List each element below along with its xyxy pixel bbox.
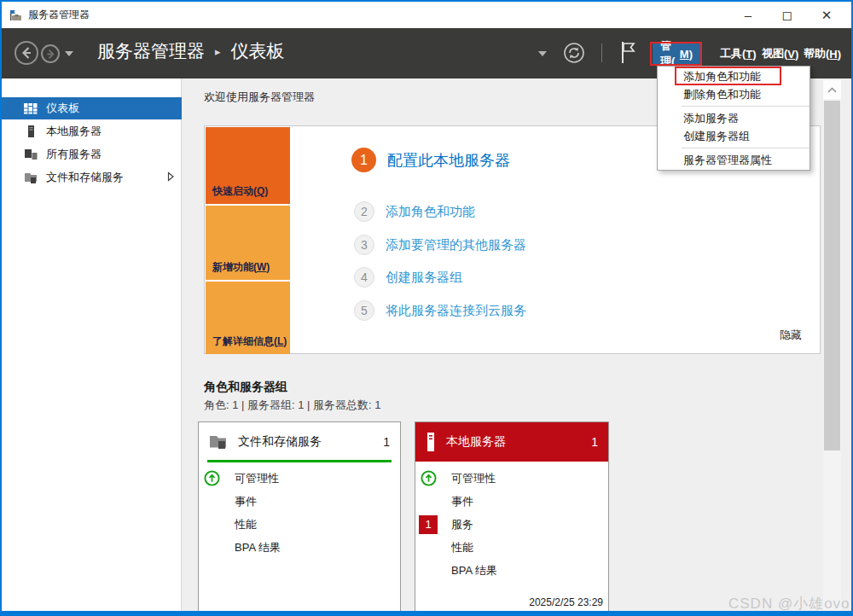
dashboard-icon [24, 102, 38, 115]
refresh-button[interactable] [563, 42, 585, 67]
file-storage-card-icon [209, 433, 228, 450]
card-item-manageability[interactable]: 可管理性 [199, 467, 400, 490]
step-connect-cloud-services[interactable]: 5 将此服务器连接到云服务 [354, 300, 526, 321]
step-create-server-group[interactable]: 4 创建服务器组 [354, 267, 462, 288]
step-link[interactable]: 创建服务器组 [386, 270, 462, 286]
quick-start-accesskey: Q [257, 185, 264, 197]
whats-new-tile[interactable]: 新增功能(W) [206, 206, 290, 280]
sidebar-item-file-storage[interactable]: 文件和存储服务 [2, 166, 182, 189]
card-local-server-header[interactable]: 本地服务器 1 [415, 422, 608, 462]
card-local-server: 本地服务器 1 可管理性 事件 1 服务 性能 [415, 421, 609, 613]
card-count: 1 [591, 435, 598, 449]
maximize-button[interactable]: ◻ [768, 2, 807, 28]
main-scrollbar[interactable] [823, 80, 841, 613]
status-timestamp: 2025/2/25 23:29 [529, 596, 603, 608]
quick-start-text: 快速启动( [212, 185, 257, 197]
breadcrumb-root[interactable]: 服务器管理器 [97, 39, 205, 63]
menu-view-accesskey: V [787, 48, 795, 61]
menu-manage[interactable]: 管理(M) [653, 44, 700, 64]
menu-item-add-servers[interactable]: 添加服务器 [658, 109, 809, 127]
card-item-events[interactable]: 事件 [415, 490, 608, 513]
menu-view-label: 视图( [762, 46, 787, 61]
breadcrumb-separator-icon: ▸ [215, 45, 221, 58]
menu-item-add-roles-features[interactable]: 添加角色和功能 [658, 67, 809, 85]
menu-help-label: 帮助( [804, 46, 829, 61]
learn-more-text: 了解详细信息( [212, 335, 277, 347]
file-storage-icon [24, 171, 38, 184]
step-link[interactable]: 将此服务器连接到云服务 [386, 303, 526, 319]
card-item-performance[interactable]: 性能 [415, 536, 608, 559]
title-bar: 服务器管理器 – ◻ ✕ [2, 2, 851, 28]
card-item-label: 事件 [451, 494, 473, 509]
welcome-heading: 欢迎使用服务器管理器 [204, 90, 315, 105]
step-add-other-servers[interactable]: 3 添加要管理的其他服务器 [354, 235, 526, 255]
sidebar-item-dashboard[interactable]: 仪表板 [2, 97, 182, 119]
menu-separator [682, 106, 809, 107]
manageability-ok-icon [415, 470, 441, 486]
all-servers-icon [24, 148, 38, 161]
card-item-bpa-results[interactable]: BPA 结果 [415, 559, 608, 582]
services-alert-badge: 1 [415, 515, 441, 534]
menu-item-remove-roles-features[interactable]: 删除角色和功能 [658, 85, 809, 103]
card-item-services[interactable]: 1 服务 [415, 513, 608, 536]
learn-more-tile[interactable]: 了解详细信息(L) [206, 282, 290, 354]
whats-new-text: 新增功能( [212, 261, 257, 273]
chevron-up-icon [827, 87, 837, 93]
sidebar-item-label: 仪表板 [46, 101, 79, 116]
hide-welcome-link[interactable]: 隐藏 [780, 328, 802, 343]
menu-help[interactable]: 帮助(H) [796, 44, 849, 64]
card-item-label: 可管理性 [235, 471, 279, 486]
watermark: CSDN @小雄ovo [728, 594, 850, 613]
menu-item-create-server-group[interactable]: 创建服务器组 [658, 127, 809, 145]
notification-flag-button[interactable] [619, 41, 636, 67]
local-server-icon [24, 125, 38, 138]
step-add-roles-features[interactable]: 2 添加角色和功能 [354, 201, 475, 222]
expand-chevron-icon[interactable] [167, 171, 175, 184]
back-arrow-icon [20, 46, 33, 60]
step-number-badge: 2 [354, 201, 374, 222]
window-title: 服务器管理器 [28, 8, 90, 22]
history-dropdown-icon[interactable] [65, 51, 73, 56]
whats-new-accesskey: W [257, 261, 266, 273]
window-controls: – ◻ ✕ [728, 2, 846, 28]
sidebar-item-label: 文件和存储服务 [46, 170, 124, 185]
minimize-button[interactable]: – [728, 2, 768, 28]
alert-count-badge: 1 [419, 515, 438, 534]
step-number-badge: 5 [354, 300, 374, 321]
flag-icon [619, 41, 636, 64]
roles-section-heading: 角色和服务器组 [204, 380, 287, 395]
learn-more-suffix: ) [283, 335, 287, 347]
quick-start-suffix: ) [264, 185, 268, 197]
step-link[interactable]: 添加要管理的其他服务器 [386, 237, 526, 253]
sidebar-item-label: 所有服务器 [46, 147, 102, 162]
back-button[interactable] [15, 41, 38, 65]
quick-start-tile[interactable]: 快速启动(Q) [206, 127, 290, 204]
menu-item-server-manager-properties[interactable]: 服务器管理器属性 [658, 151, 809, 169]
step-link[interactable]: 添加角色和功能 [386, 204, 475, 220]
forward-button[interactable] [41, 44, 60, 63]
step-configure-local-server[interactable]: 1 配置此本地服务器 [351, 148, 510, 172]
roles-section-summary: 角色: 1 | 服务器组: 1 | 服务器总数: 1 [204, 398, 381, 413]
menu-manage-label: 管理( [660, 38, 680, 69]
local-server-card-icon [426, 432, 436, 452]
notifications-dropdown-icon[interactable] [538, 51, 547, 56]
step-number-badge: 1 [351, 148, 376, 172]
card-item-events[interactable]: 事件 [199, 490, 400, 513]
card-item-label: 服务 [451, 517, 473, 532]
sidebar-item-local-server[interactable]: 本地服务器 [2, 120, 182, 142]
card-item-manageability[interactable]: 可管理性 [415, 467, 608, 490]
scroll-up-button[interactable] [823, 80, 841, 99]
menu-manage-suffix: ) [689, 48, 693, 61]
close-button[interactable]: ✕ [807, 2, 846, 28]
card-item-label: 性能 [451, 540, 473, 555]
app-icon [9, 8, 23, 22]
card-item-bpa-results[interactable]: BPA 结果 [199, 536, 400, 559]
card-file-storage-header[interactable]: 文件和存储服务 1 [199, 422, 400, 462]
menu-tools-label: 工具( [720, 46, 746, 61]
step-link[interactable]: 配置此本地服务器 [387, 150, 510, 171]
card-item-performance[interactable]: 性能 [199, 513, 400, 536]
server-manager-window: 服务器管理器 – ◻ ✕ 服务器管理器 ▸ 仪表板 [0, 0, 853, 616]
sidebar-item-all-servers[interactable]: 所有服务器 [2, 143, 182, 166]
card-item-label: 可管理性 [451, 471, 496, 486]
scrollbar-thumb[interactable] [824, 101, 840, 450]
